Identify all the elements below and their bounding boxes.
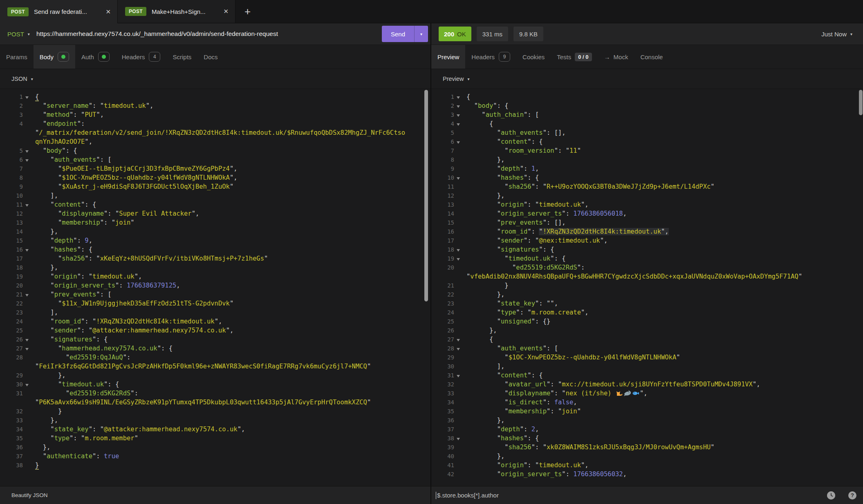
code-line: 13 membership: join [0,218,430,227]
code-line: 29 }, [0,371,430,380]
fold-arrow-icon[interactable] [25,150,29,153]
fold-arrow-icon[interactable] [457,348,460,350]
fold-arrow-icon[interactable] [25,348,29,350]
response-timestamp[interactable]: Just Now▾ [821,31,852,38]
tab-mock[interactable]: →Mock [598,45,634,69]
fold-arrow-icon[interactable] [457,438,460,440]
code-line: 18 }, [0,263,430,272]
code-line: 23 ], [0,308,430,317]
request-tab-inactive[interactable]: POST Make+Hash+Sign... ✕ [118,0,235,23]
fold-arrow-icon[interactable] [25,249,29,252]
tab-scripts[interactable]: Scripts [166,45,197,69]
code-line: 37 authenticate: true [0,452,430,461]
chevron-down-icon: ▾ [468,77,470,81]
code-line: 26 }, [431,326,863,335]
tab-label: Auth [81,54,94,60]
headers-count-badge: 4 [149,52,160,62]
code-line: 3 auth_chain: [ [431,110,863,119]
fold-arrow-icon[interactable] [457,96,460,99]
tab-label: Mock [614,54,628,60]
request-body-editor[interactable]: 1{2 server_name: timedout.uk,3 method: P… [0,89,430,486]
tab-tests[interactable]: Tests0 / 0 [551,45,598,69]
help-icon[interactable]: ? [848,491,856,500]
response-filter-input[interactable]: $.store.books[*].author [437,492,827,499]
request-tab-active[interactable]: POST Send raw federati... ✕ [0,0,118,23]
tab-headers[interactable]: Headers4 [116,45,167,69]
code-line: 11 content: { [0,200,430,209]
fold-arrow-icon[interactable] [457,114,460,117]
tab-params[interactable]: Params [0,45,34,69]
auth-indicator [98,52,110,62]
code-line: 34 is_direct: false, [431,398,863,407]
timestamp-label: Just Now [821,31,847,38]
code-line: vfebAdib02nx8NUV4RhsQBpaUFQ+sBGwHHR7CYgw… [431,272,863,281]
tab-label: Scripts [173,54,191,60]
fold-arrow-icon[interactable] [457,249,460,252]
code-line: 21 prev_events: [ [0,290,430,299]
new-tab-button[interactable]: + [235,0,260,23]
fold-arrow-icon[interactable] [457,177,460,180]
fold-arrow-icon[interactable] [25,339,29,341]
tab-auth[interactable]: Auth [75,45,116,69]
response-tabs: Preview Headers9 Cookies Tests0 / 0 →Moc… [431,45,863,69]
fold-arrow-icon[interactable] [457,105,460,108]
scrollbar-thumb[interactable] [424,90,428,301]
send-options-button[interactable]: ▾ [414,26,428,42]
code-line: 8 }, [431,155,863,164]
code-line: 14 }, [0,227,430,236]
code-line: 23 state_key: , [431,299,863,308]
request-tabs: Params Body Auth Headers4 Scripts Docs [0,45,430,69]
request-status-bar: Beautify JSON [0,486,430,504]
response-size-badge: 9.8 KB [513,27,543,41]
code-line: 33 }, [0,416,430,425]
url-input[interactable]: https://hammerhead.nexy7574.co.uk/_hamme… [36,30,382,38]
cat-emoji [616,389,623,397]
tab-preview[interactable]: Preview [431,45,465,69]
chevron-down-icon[interactable]: ▾ [28,32,30,36]
code-line: 10 hashes: { [431,173,863,182]
fold-arrow-icon[interactable] [457,339,460,341]
history-clock-icon[interactable] [827,491,835,500]
response-preview-editor[interactable]: 1{2 body: {3 auth_chain: [4 {5 auth_even… [431,89,863,486]
tab-body[interactable]: Body [34,45,75,69]
chevron-down-icon: ▾ [420,32,422,36]
preview-mode-bar: Preview ▾ [431,69,863,89]
tab-response-headers[interactable]: Headers9 [465,45,516,69]
code-line: 17 sha256: xKeEqYz+8hUSQdFVrFv/itbiVKo8H… [0,254,430,263]
method-select[interactable]: POST [7,31,24,38]
code-line: 39 sha256: xk0Z8WAIM8S1zksRJU5xBqg3J/MJ0… [431,443,863,452]
tab-cookies[interactable]: Cookies [516,45,551,69]
code-line: 31 content: { [431,371,863,380]
preview-mode-select[interactable]: Preview [443,76,464,82]
fold-arrow-icon[interactable] [25,294,29,297]
fold-arrow-icon[interactable] [457,375,460,377]
tab-label: Body [40,54,54,60]
code-line: 12 displayname: Super Evil Attacker, [0,209,430,218]
fold-arrow-icon[interactable] [25,96,29,99]
body-mode-bar: JSON ▾ [0,69,430,89]
code-line: 1{ [0,92,430,101]
beautify-json-button[interactable]: Beautify JSON [11,492,48,498]
shark-emoji [624,389,631,397]
fold-arrow-icon[interactable] [25,204,29,207]
text-cursor [436,492,436,499]
tab-title: Send raw federati... [34,8,101,15]
method-badge: POST [125,7,146,16]
close-icon[interactable]: ✕ [223,8,229,15]
fold-arrow-icon[interactable] [25,384,29,386]
fold-arrow-icon[interactable] [457,141,460,144]
response-panel: 200 OK 331 ms 9.8 KB Just Now▾ Preview H… [431,23,863,504]
code-line: 25 unsigned: {} [431,317,863,326]
fish-emoji [632,389,639,397]
tab-label: Docs [204,54,217,60]
code-line: 20 ed25519:d5KG2RdS: [431,263,863,272]
fold-arrow-icon[interactable] [457,123,460,126]
tab-docs[interactable]: Docs [197,45,224,69]
fold-arrow-icon[interactable] [457,258,460,261]
body-mode-select[interactable]: JSON [11,76,27,82]
tab-console[interactable]: Console [634,45,669,69]
fold-arrow-icon[interactable] [25,159,29,162]
close-icon[interactable]: ✕ [105,8,111,16]
send-button[interactable]: Send ▾ [382,26,428,42]
scrollbar-thumb[interactable] [859,90,863,115]
